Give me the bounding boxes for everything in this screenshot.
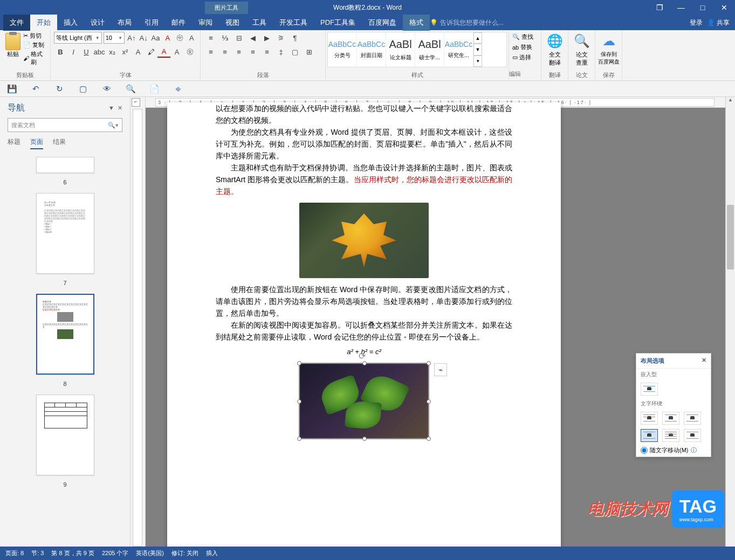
page-thumbnail[interactable] (36, 157, 94, 173)
superscript-button[interactable]: x² (119, 46, 132, 58)
layout-options-button[interactable]: ⌁ (434, 363, 447, 376)
tab-tools[interactable]: 工具 (246, 15, 273, 31)
grow-font-button[interactable]: A↑ (126, 32, 136, 44)
status-pages[interactable]: 第 8 页，共 9 页 (51, 549, 94, 557)
tab-view[interactable]: 视图 (219, 15, 246, 31)
shading-button[interactable]: ▢ (288, 46, 302, 58)
style-item[interactable]: AaBbCc分类号 (328, 32, 357, 67)
move-with-text-radio[interactable]: 随文字移动(M) ⓘ (636, 444, 711, 457)
image-plant-selected[interactable] (299, 363, 429, 439)
style-item[interactable]: AaBl硕士学... (415, 32, 444, 67)
wrap-front[interactable] (684, 429, 701, 442)
page-thumbnail[interactable] (36, 395, 94, 475)
char-shading-button[interactable]: A (170, 46, 183, 58)
align-left-button[interactable]: ≡ (204, 46, 218, 58)
select-button[interactable]: ▭选择 (512, 52, 538, 63)
shrink-font-button[interactable]: A↓ (139, 32, 149, 44)
status-page[interactable]: 页面: 8 (5, 549, 24, 557)
distribute-button[interactable]: ≡ (260, 46, 274, 58)
decrease-indent-button[interactable]: ◀ (246, 32, 260, 44)
qat-button[interactable]: 📄 (149, 84, 160, 94)
tab-baidu[interactable]: 百度网盘 (362, 15, 403, 31)
tab-pdf[interactable]: PDF工具集 (314, 15, 362, 31)
font-name-select[interactable]: 等线 Light (西▼ (54, 32, 102, 44)
nav-tab-headings[interactable]: 标题 (8, 137, 20, 149)
nav-tab-results[interactable]: 结果 (53, 137, 66, 149)
enclose-char-button[interactable]: ㊛ (183, 46, 196, 58)
wrap-inline[interactable] (641, 383, 658, 396)
login-button[interactable]: 登录 (690, 18, 703, 27)
status-insert[interactable]: 插入 (206, 549, 218, 557)
tab-home[interactable]: 开始 (30, 15, 57, 31)
tab-picture-format[interactable]: 格式 (403, 15, 430, 31)
page-thumbnail[interactable]: 第 n 章 标题主标题文本正文内容正文内容正文内容正文内容正文内容正文内容正文内… (36, 193, 94, 274)
status-section[interactable]: 节: 3 (31, 549, 44, 557)
window-restore-icon[interactable]: ❐ (649, 0, 670, 15)
paste-button[interactable]: 粘贴 (3, 32, 22, 66)
nav-close-icon[interactable]: ✕ (118, 105, 122, 112)
subscript-button[interactable]: x₂ (106, 46, 119, 58)
status-track[interactable]: 修订: 关闭 (171, 549, 198, 557)
replace-button[interactable]: ab替换 (512, 42, 538, 52)
window-close-icon[interactable]: ✕ (713, 0, 735, 15)
qat-button[interactable]: 🔍 (125, 84, 136, 94)
cut-button[interactable]: ✂剪切 (23, 32, 47, 40)
borders-button[interactable]: ⊞ (302, 46, 316, 58)
font-size-select[interactable]: 10▼ (104, 32, 125, 44)
wrap-through[interactable] (684, 412, 701, 425)
change-case-button[interactable]: Aa (150, 32, 161, 44)
nav-tab-pages[interactable]: 页面 (30, 137, 43, 149)
align-center-button[interactable]: ≡ (218, 46, 232, 58)
line-spacing-button[interactable]: ‡ (274, 46, 288, 58)
justify-button[interactable]: ≡ (246, 46, 260, 58)
wrap-square[interactable] (641, 412, 658, 425)
undo-button[interactable]: ↶ (30, 84, 41, 94)
scroll-thumb[interactable] (727, 205, 734, 269)
phonetic-button[interactable]: ㊥ (174, 32, 184, 44)
highlight-button[interactable]: 🖍 (145, 46, 157, 58)
window-maximize-icon[interactable]: □ (692, 0, 713, 15)
status-language[interactable]: 英语(美国) (136, 549, 163, 557)
tab-design[interactable]: 设计 (84, 15, 111, 31)
redo-button[interactable]: ↻ (54, 84, 65, 94)
translate-icon[interactable]: 🌐 (546, 32, 564, 50)
multilevel-button[interactable]: ⊟ (232, 32, 246, 44)
italic-button[interactable]: I (67, 46, 80, 58)
vertical-ruler[interactable]: ⌐ (130, 97, 146, 547)
text-effects-button[interactable]: A (132, 46, 145, 58)
qat-button[interactable]: ▢ (78, 84, 88, 94)
underline-button[interactable]: U (80, 46, 93, 58)
bold-button[interactable]: B (54, 46, 67, 58)
check-icon[interactable]: 🔍 (573, 32, 590, 50)
share-button[interactable]: 👤 共享 (707, 18, 730, 27)
nav-dropdown-icon[interactable]: ▼ (108, 105, 114, 112)
vertical-scrollbar[interactable]: ▲ (725, 97, 735, 547)
nav-search-input[interactable]: 搜索文档 🔍▾ (8, 118, 122, 132)
show-marks-button[interactable]: ¶ (288, 32, 302, 44)
sort-button[interactable]: ⚞ (274, 32, 288, 44)
style-item[interactable]: AaBbCc研究生... (444, 32, 473, 67)
copy-button[interactable]: 📄复制 (23, 41, 47, 49)
style-gallery-scroll[interactable]: ▲▼▾ (473, 32, 482, 67)
tell-me-search[interactable]: 💡告诉我您想要做什么... (430, 18, 504, 27)
tab-review[interactable]: 审阅 (192, 15, 219, 31)
tab-file[interactable]: 文件 (3, 15, 30, 31)
tab-layout[interactable]: 布局 (111, 15, 138, 31)
wrap-topbottom[interactable] (641, 429, 658, 442)
window-minimize-icon[interactable]: — (670, 0, 692, 15)
popup-close-icon[interactable]: ✕ (702, 357, 706, 365)
find-button[interactable]: 🔍查找 (512, 32, 538, 42)
cloud-icon[interactable]: ☁ (600, 32, 617, 50)
wrap-behind[interactable] (662, 429, 679, 442)
rotate-handle-icon[interactable]: ⟳ (359, 350, 366, 362)
document-page[interactable]: 以在想要添加的视频的嵌入代码中进行粘贴。您也可以键入一个关键字以联机搜索最适合您… (167, 102, 561, 547)
save-button[interactable]: 💾 (6, 84, 17, 94)
bullets-button[interactable]: ≡ (204, 32, 218, 44)
format-painter-button[interactable]: 🖌格式刷 (23, 50, 47, 66)
numbering-button[interactable]: ⅓ (218, 32, 232, 44)
tab-developer[interactable]: 开发工具 (273, 15, 314, 31)
qat-button[interactable]: ⎆ (173, 84, 183, 94)
qat-button[interactable]: 👁 (101, 84, 112, 94)
wrap-tight[interactable] (662, 412, 679, 425)
increase-indent-button[interactable]: ▶ (260, 32, 274, 44)
